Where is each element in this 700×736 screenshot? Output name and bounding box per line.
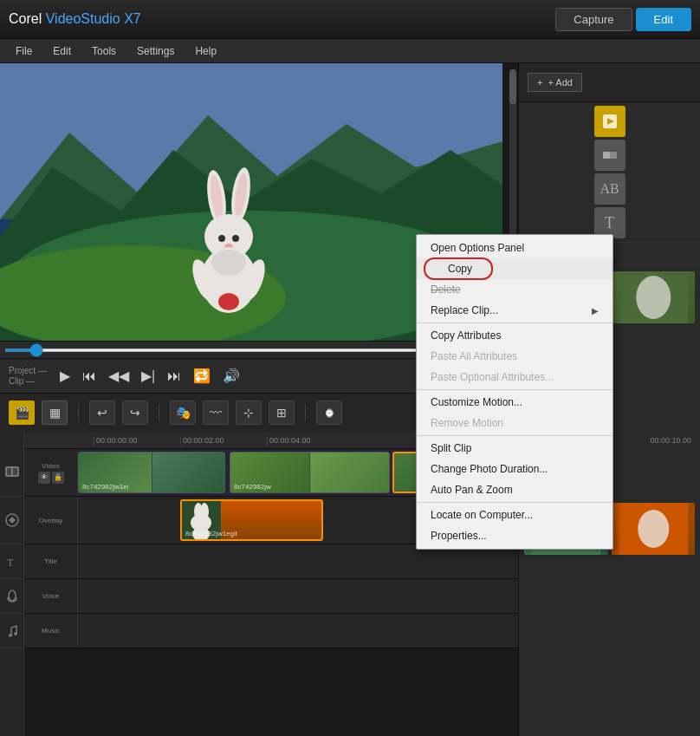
voice-track-content[interactable] — [78, 579, 518, 613]
time-0: 00:00:00.00 — [94, 436, 180, 445]
transitions-icon-btn[interactable] — [594, 140, 625, 171]
audio-btn[interactable]: 〰 — [203, 401, 229, 425]
ctx-change-photo-label: Change Photo Duration... — [431, 463, 548, 475]
ctx-auto-pan[interactable]: Auto Pan & Zoom — [417, 479, 612, 500]
go-start-button[interactable]: ⏮ — [79, 367, 100, 386]
project-label: Project — — [9, 366, 47, 376]
repeat-button[interactable]: 🔁 — [190, 366, 214, 386]
track-2-label — [0, 497, 23, 544]
ctx-paste-all[interactable]: Paste All Attributes — [417, 346, 612, 367]
timeline-view-btn[interactable]: 🎬 — [9, 401, 35, 425]
ctx-open-options[interactable]: Open Options Panel — [417, 238, 612, 258]
time-4: 00:00:04.00 — [267, 436, 353, 445]
media-panel-icons: AB T — [519, 102, 700, 243]
ctx-locate[interactable]: Locate on Computer... — [417, 505, 612, 525]
transitions-btn[interactable]: 🎭 — [170, 401, 196, 425]
right-panel-header: + + Add — [519, 63, 700, 102]
voice-track-header: Voice — [24, 579, 78, 613]
track-side-panel: T — [0, 432, 24, 736]
media-thumb-2[interactable] — [612, 271, 696, 323]
ctx-properties-label: Properties... — [431, 530, 487, 542]
titles-icon-btn[interactable]: AB — [594, 173, 625, 205]
clip-2-thumb-2 — [310, 453, 389, 492]
svg-point-26 — [14, 632, 17, 635]
ctx-customize-motion[interactable]: Customize Motion... — [417, 392, 612, 413]
text-t-icon: T — [605, 214, 614, 232]
right-scrollbar[interactable] — [509, 69, 516, 243]
overlay-clip-label: 8c742982jw1egit — [185, 530, 237, 537]
play-button[interactable]: ▶ — [56, 366, 74, 386]
clip-2-label: 8c742982jw — [234, 483, 271, 491]
ctx-paste-opt[interactable]: Paste Optional Attributes... — [417, 367, 612, 388]
ctx-paste-all-label: Paste All Attributes — [431, 350, 517, 362]
ctx-customize-label: Customize Motion... — [431, 396, 522, 408]
media-icon-btn[interactable] — [594, 106, 625, 137]
music-label: Music — [42, 627, 60, 635]
prev-frame-button[interactable]: ◀◀ — [105, 366, 133, 386]
video-track-icon — [4, 464, 20, 479]
svg-rect-20 — [7, 468, 11, 475]
ctx-replace-label: Replace Clip... — [431, 304, 498, 316]
mixaudio-btn[interactable]: ⊞ — [269, 401, 295, 425]
title-label: Title — [44, 557, 57, 565]
next-clip-button[interactable]: ▶| — [138, 366, 159, 386]
ctx-remove-motion[interactable]: Remove Motion — [417, 413, 612, 433]
storyboard-view-btn[interactable]: ▦ — [42, 401, 68, 425]
menu-tools[interactable]: Tools — [83, 42, 125, 60]
ctx-replace-clip[interactable]: Replace Clip... ▶ — [417, 300, 612, 321]
track-4-label — [0, 579, 23, 614]
ctx-sep-3 — [417, 435, 612, 436]
time-2: 00:00:02.00 — [180, 436, 267, 445]
app-name-corel: Corel — [9, 11, 46, 26]
overlay-clip-1[interactable]: 8c742982jw1egit — [180, 499, 323, 541]
toolbar-divider-3 — [305, 404, 306, 421]
redo-btn[interactable]: ↪ — [122, 401, 148, 425]
add-button[interactable]: + + Add — [528, 73, 582, 92]
context-menu: Open Options Panel Copy Delete Replace C… — [416, 234, 613, 550]
mode-buttons: Capture Edit — [555, 8, 691, 31]
record-btn[interactable]: ⊹ — [236, 401, 262, 425]
track-lock-btn[interactable]: 🔒 — [52, 472, 64, 484]
overlay-track-icon — [4, 512, 20, 528]
media-icon-svg — [601, 113, 619, 130]
capture-button[interactable]: Capture — [555, 8, 632, 31]
edit-button[interactable]: Edit — [636, 8, 691, 31]
menu-file[interactable]: File — [7, 42, 41, 60]
voice-track: Voice — [24, 579, 518, 614]
toolbar-divider-2 — [159, 404, 159, 421]
menu-edit[interactable]: Edit — [44, 42, 80, 60]
menu-settings[interactable]: Settings — [128, 42, 183, 60]
svg-point-17 — [211, 250, 246, 276]
undo-btn[interactable]: ↩ — [89, 401, 115, 425]
svg-rect-21 — [13, 468, 17, 475]
clip-1[interactable]: 8c742982jw1ei — [78, 452, 225, 493]
ctx-delete[interactable]: Delete — [417, 279, 612, 300]
ctx-split-clip[interactable]: Split Clip — [417, 438, 612, 459]
snap-btn[interactable]: ⌚ — [316, 401, 342, 425]
svg-text:T: T — [7, 557, 14, 569]
go-end-button[interactable]: ⏭ — [164, 367, 185, 386]
ctx-sep-2 — [417, 389, 612, 390]
ctx-copy-attr[interactable]: Copy Attributes — [417, 325, 612, 346]
svg-point-25 — [9, 634, 12, 637]
media-thumb-4[interactable] — [612, 503, 696, 555]
ctx-copy[interactable]: Copy — [417, 258, 612, 279]
track-icons: T — [0, 449, 23, 736]
overlay-track-header: Overlay — [24, 497, 78, 544]
ctx-sep-1 — [417, 322, 612, 323]
ctx-change-photo[interactable]: Change Photo Duration... — [417, 459, 612, 479]
ctx-properties[interactable]: Properties... — [417, 525, 612, 546]
track-3-label: T — [0, 544, 23, 579]
svg-point-24 — [9, 590, 16, 601]
add-label: + Add — [548, 77, 572, 88]
title-bar: Corel VideoStudio X7 Capture Edit — [0, 0, 700, 39]
music-track-icon — [4, 623, 20, 639]
music-track-header: Music — [24, 614, 78, 648]
clip-2[interactable]: 8c742982jw — [230, 452, 390, 493]
music-track-content[interactable] — [78, 614, 518, 648]
ctx-locate-label: Locate on Computer... — [431, 509, 533, 521]
volume-button[interactable]: 🔊 — [219, 366, 243, 386]
track-eye-btn[interactable]: 👁 — [38, 472, 50, 484]
svg-point-41 — [638, 510, 669, 548]
menu-help[interactable]: Help — [186, 42, 225, 60]
